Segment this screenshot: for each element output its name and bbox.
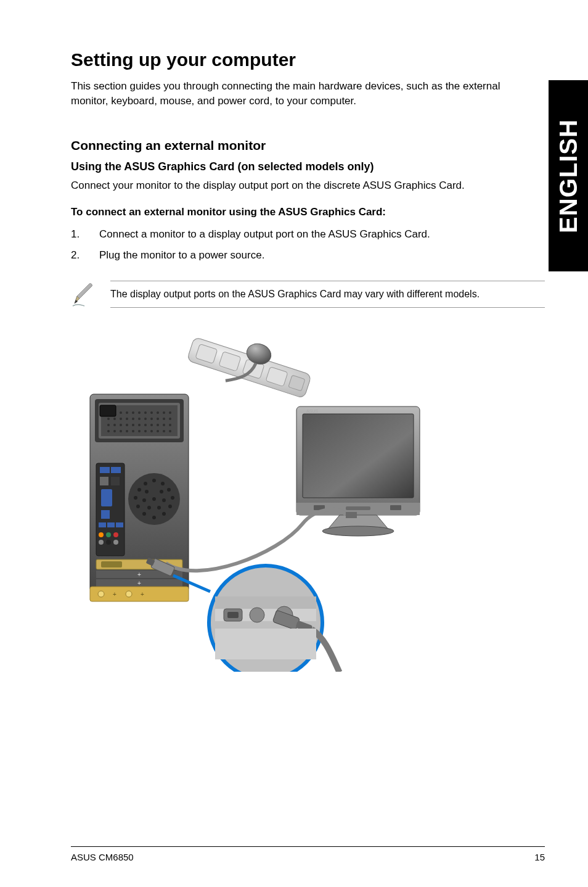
svg-rect-60 — [111, 477, 120, 485]
desktop-tower-illustration: placeholder — [90, 394, 189, 592]
svg-point-28 — [144, 418, 147, 420]
svg-text:+: + — [137, 580, 141, 587]
svg-point-102 — [126, 591, 132, 597]
svg-point-25 — [126, 418, 128, 420]
svg-rect-59 — [100, 477, 108, 485]
svg-point-22 — [107, 418, 110, 420]
svg-point-79 — [171, 496, 174, 500]
step-number: 2. — [71, 247, 99, 263]
svg-point-32 — [169, 418, 171, 420]
svg-point-24 — [120, 418, 122, 420]
svg-point-88 — [162, 498, 166, 502]
svg-point-17 — [144, 411, 147, 414]
svg-point-38 — [138, 424, 141, 426]
svg-rect-55 — [100, 405, 116, 416]
page-title: Setting up your computer — [71, 49, 545, 70]
svg-point-90 — [157, 506, 161, 510]
svg-point-26 — [132, 418, 134, 420]
procedure-heading: To connect an external monitor using the… — [71, 206, 545, 218]
svg-point-13 — [120, 411, 122, 414]
steps-list: 1. Connect a monitor to a display output… — [71, 226, 545, 263]
step-number: 1. — [71, 226, 99, 242]
svg-point-67 — [106, 532, 111, 537]
subsection-heading: Using the ASUS Graphics Card (on selecte… — [71, 160, 545, 173]
svg-point-71 — [113, 540, 118, 545]
svg-point-50 — [144, 430, 147, 432]
svg-point-80 — [136, 505, 140, 508]
svg-point-89 — [147, 506, 151, 510]
svg-point-66 — [99, 532, 104, 537]
svg-point-35 — [120, 424, 122, 426]
svg-point-49 — [138, 430, 141, 432]
svg-point-37 — [132, 424, 134, 426]
svg-point-27 — [138, 418, 141, 420]
body-paragraph: Connect your monitor to the display outp… — [71, 178, 545, 193]
svg-point-46 — [120, 430, 122, 432]
svg-point-86 — [160, 490, 163, 493]
note-text: The display output ports on the ASUS Gra… — [110, 281, 545, 308]
svg-point-21 — [169, 411, 171, 414]
list-item: 2. Plug the monitor to a power source. — [71, 247, 545, 263]
svg-point-47 — [126, 430, 128, 432]
svg-point-52 — [157, 430, 159, 432]
svg-rect-124 — [215, 629, 316, 659]
svg-point-78 — [134, 496, 137, 500]
svg-point-85 — [145, 490, 149, 493]
svg-point-30 — [157, 418, 159, 420]
svg-point-40 — [150, 424, 153, 426]
svg-point-41 — [157, 424, 159, 426]
svg-rect-65 — [116, 522, 123, 527]
svg-point-18 — [150, 411, 153, 414]
svg-point-83 — [162, 512, 166, 516]
svg-rect-62 — [101, 510, 110, 519]
svg-point-76 — [137, 488, 141, 492]
svg-point-70 — [106, 540, 111, 545]
svg-rect-108 — [390, 505, 401, 510]
svg-rect-57 — [100, 467, 110, 473]
svg-point-48 — [132, 430, 134, 432]
svg-point-82 — [142, 512, 146, 516]
svg-rect-58 — [111, 467, 121, 473]
note-callout: The display output ports on the ASUS Gra… — [71, 281, 545, 308]
svg-point-42 — [163, 424, 165, 426]
svg-rect-105 — [303, 414, 414, 498]
svg-point-33 — [107, 424, 110, 426]
footer-model: ASUS CM6850 — [71, 852, 134, 862]
footer-page-number: 15 — [534, 852, 545, 862]
svg-point-44 — [107, 430, 110, 432]
svg-point-54 — [169, 430, 171, 432]
svg-rect-63 — [99, 522, 106, 527]
svg-text:ASUS: ASUS — [306, 409, 318, 413]
svg-point-39 — [144, 424, 147, 426]
svg-point-81 — [168, 505, 172, 508]
svg-point-110 — [322, 526, 394, 536]
svg-point-84 — [152, 516, 156, 519]
step-text: Plug the monitor to a power source. — [99, 247, 264, 263]
svg-point-14 — [126, 411, 128, 414]
svg-point-68 — [113, 532, 118, 537]
svg-rect-109 — [346, 506, 370, 510]
svg-point-31 — [163, 418, 165, 420]
svg-point-100 — [98, 591, 104, 597]
svg-point-43 — [169, 424, 171, 426]
svg-point-20 — [163, 411, 165, 414]
svg-point-69 — [99, 540, 104, 545]
svg-rect-99 — [90, 587, 189, 601]
svg-point-29 — [150, 418, 153, 420]
svg-text:+: + — [113, 591, 116, 598]
svg-point-75 — [161, 482, 165, 485]
svg-rect-61 — [101, 489, 112, 506]
page-footer: ASUS CM6850 15 — [71, 846, 545, 862]
intro-paragraph: This section guides you through connecti… — [71, 79, 502, 109]
step-text: Connect a monitor to a display output po… — [99, 226, 430, 242]
svg-point-74 — [144, 482, 147, 485]
connection-diagram: placeholder — [81, 320, 426, 672]
svg-point-91 — [152, 497, 156, 501]
pencil-icon — [71, 281, 97, 307]
svg-rect-93 — [101, 561, 122, 567]
monitor-illustration: ASUS — [296, 406, 420, 536]
svg-rect-118 — [227, 612, 239, 618]
svg-point-77 — [167, 488, 171, 492]
zoom-callout: + — [173, 566, 352, 672]
svg-point-53 — [163, 430, 165, 432]
